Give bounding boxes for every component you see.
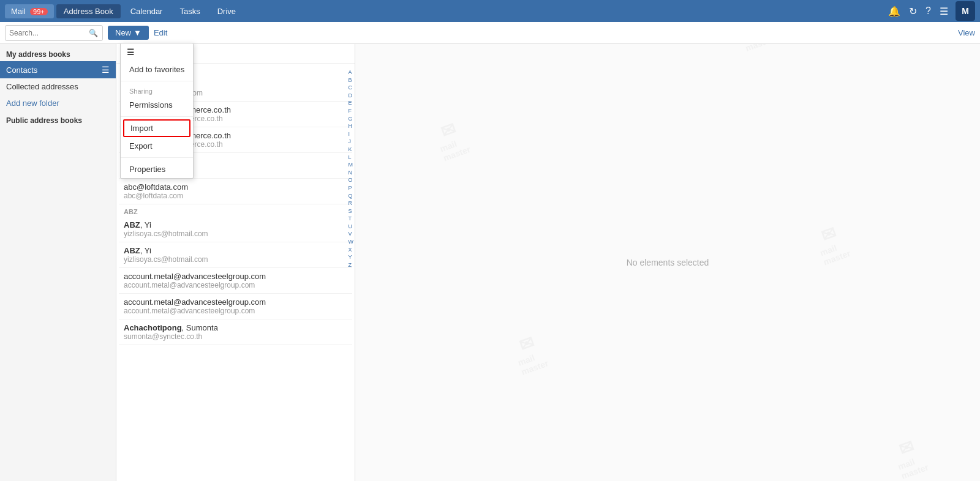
address-book-tab[interactable]: Address Book	[56, 4, 121, 18]
contacts-menu-icon[interactable]: ☰	[102, 65, 110, 75]
alpha-U[interactable]: U	[349, 223, 354, 231]
alpha-J[interactable]: J	[349, 138, 354, 146]
divider-1	[121, 81, 193, 81]
detail-pane: ✉mailmaster ✉mailmaster ✉mailmaster ✉mai…	[355, 44, 980, 481]
alpha-V[interactable]: V	[349, 230, 354, 238]
alpha-O[interactable]: O	[349, 176, 354, 184]
sidebar-item-collected[interactable]: Collected addresses	[0, 78, 116, 95]
alpha-T[interactable]: T	[349, 215, 354, 223]
contact-email: yizlisoya.cs@hotmail.com	[124, 229, 347, 238]
alpha-K[interactable]: K	[349, 146, 354, 154]
topbar: Mail 99+ Address Book Calendar Tasks Dri…	[0, 0, 980, 22]
export-item[interactable]: Export	[121, 137, 193, 155]
refresh-icon[interactable]: ↻	[909, 6, 917, 17]
search-box[interactable]: 🔍	[5, 25, 103, 41]
new-chevron-icon: ▼	[134, 28, 141, 37]
alpha-C[interactable]: C	[349, 84, 354, 92]
mail-button[interactable]: Mail 99+	[5, 4, 54, 18]
new-button[interactable]: New ▼	[108, 26, 149, 40]
alpha-P[interactable]: P	[349, 184, 354, 192]
alpha-N[interactable]: N	[349, 169, 354, 177]
alpha-G[interactable]: G	[349, 115, 354, 123]
list-item[interactable]: account.metal@advancesteelgroup.com acco…	[119, 294, 352, 319]
contacts-label: Contacts	[6, 65, 37, 75]
permissions-item[interactable]: Permissions	[121, 96, 193, 114]
alpha-H[interactable]: H	[349, 122, 354, 130]
alpha-I[interactable]: I	[349, 130, 354, 138]
alpha-R[interactable]: R	[349, 199, 354, 207]
collected-label: Collected addresses	[6, 82, 78, 91]
contact-email: yizlisoya.cs@hotmail.com	[124, 255, 347, 264]
contact-email: abc@loftdata.com	[124, 192, 347, 200]
alpha-A[interactable]: A	[349, 69, 354, 76]
my-address-books-title: My address books	[0, 44, 116, 61]
dropdown-header: ☰	[121, 43, 193, 61]
bell-icon[interactable]: 🔔	[888, 6, 900, 17]
contact-name: account.metal@advancesteelgroup.com	[124, 297, 347, 307]
list-item[interactable]: ABZ, Yi yizlisoya.cs@hotmail.com	[119, 217, 352, 242]
calendar-tab[interactable]: Calendar	[123, 4, 170, 18]
contact-name: ABZ, Yi	[124, 246, 347, 255]
list-item[interactable]: ABZ, Yi yizlisoya.cs@hotmail.com	[119, 242, 352, 268]
search-input[interactable]	[9, 29, 89, 37]
search-icon: 🔍	[89, 29, 98, 37]
app-logo: M	[956, 1, 975, 21]
alpha-divider-abz: ABZ	[119, 204, 352, 217]
alpha-Y[interactable]: Y	[349, 253, 354, 261]
alpha-S[interactable]: S	[349, 207, 354, 215]
list-item[interactable]: Achachotipong, Sumonta sumonta@synctec.c…	[119, 319, 352, 345]
alphabet-nav[interactable]: A B C D E F G H I J K L M N O P Q R S T	[349, 69, 354, 269]
list-item[interactable]: abc@loftdata.com abc@loftdata.com	[119, 179, 352, 204]
mail-label: Mail	[11, 7, 26, 16]
contact-email: account.metal@advancesteelgroup.com	[124, 281, 347, 289]
help-icon[interactable]: ?	[925, 6, 931, 17]
contact-name: abc@loftdata.com	[124, 182, 347, 192]
divider-2	[121, 116, 193, 117]
mail-badge: 99+	[30, 8, 48, 15]
alpha-F[interactable]: F	[349, 107, 354, 115]
contact-name: account.metal@advancesteelgroup.com	[124, 272, 347, 281]
add-to-favorites-item[interactable]: Add to favorites	[121, 61, 193, 78]
alpha-D[interactable]: D	[349, 92, 354, 100]
public-address-books-title: Public address books	[0, 111, 116, 127]
alpha-B[interactable]: B	[349, 76, 354, 84]
context-dropdown-menu: ☰ Add to favorites Sharing Permissions I…	[120, 43, 194, 179]
new-label: New	[115, 28, 131, 37]
no-selection-label: No elements selected	[627, 258, 709, 267]
topbar-icons: 🔔 ↻ ? ☰	[888, 6, 948, 17]
drive-tab[interactable]: Drive	[210, 4, 243, 18]
alpha-M[interactable]: M	[349, 161, 354, 169]
sidebar: My address books Contacts ☰ Collected ad…	[0, 44, 116, 481]
menu-icon[interactable]: ☰	[940, 6, 948, 17]
contact-name: Achachotipong, Sumonta	[124, 323, 347, 332]
alpha-L[interactable]: L	[349, 154, 354, 162]
tasks-tab[interactable]: Tasks	[172, 4, 207, 18]
list-view-icon: ☰	[127, 47, 135, 57]
toolbar: 🔍 New ▼ Edit View	[0, 22, 980, 44]
list-item[interactable]: account.metal@advancesteelgroup.com acco…	[119, 268, 352, 294]
view-button[interactable]: View	[958, 28, 975, 37]
contact-email: sumonta@synctec.co.th	[124, 332, 347, 341]
sharing-section-label: Sharing	[121, 84, 193, 96]
edit-button[interactable]: Edit	[154, 28, 167, 37]
properties-item[interactable]: Properties	[121, 160, 193, 178]
alpha-W[interactable]: W	[349, 238, 354, 246]
divider-3	[121, 157, 193, 158]
alpha-E[interactable]: E	[349, 99, 354, 107]
contact-name: ABZ, Yi	[124, 220, 347, 229]
contact-email: account.metal@advancesteelgroup.com	[124, 307, 347, 315]
sidebar-item-contacts[interactable]: Contacts ☰	[0, 61, 116, 78]
content-area: Contacts (636) A B C D E F G H I J K L M…	[116, 44, 980, 481]
add-folder-link[interactable]: Add new folder	[0, 95, 116, 111]
alpha-Z[interactable]: Z	[349, 261, 354, 269]
alpha-X[interactable]: X	[349, 246, 354, 254]
import-item[interactable]: Import	[123, 119, 190, 137]
alpha-Q[interactable]: Q	[349, 192, 354, 200]
